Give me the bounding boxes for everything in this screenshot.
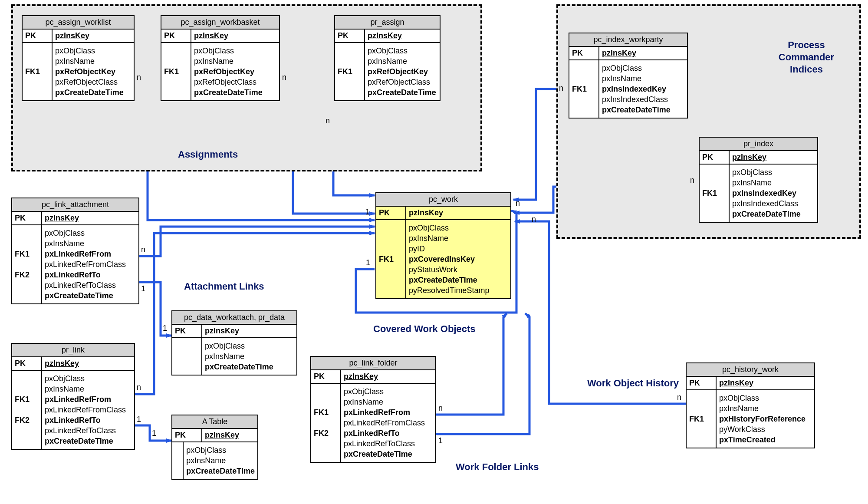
- entity-pr-index: pr_indexPKpzInsKey FK1 pxObjClasspxInsNa…: [699, 137, 818, 223]
- col-cell: pxInsName: [368, 56, 437, 66]
- entity-body: FK1 FK2 pxObjClasspxInsNamepxLinkedRefFr…: [311, 384, 435, 462]
- key-cell: FK1: [572, 84, 596, 94]
- entity-pc-assign-workbasket: pc_assign_workbasketPKpzInsKey FK1 pxObj…: [161, 15, 280, 101]
- card-one: 1: [366, 258, 370, 267]
- entity-pr-link: pr_linkPKpzInsKey FK1 FK2 pxObjClasspxIn…: [11, 343, 135, 450]
- pk-value: pzInsKey: [42, 212, 138, 224]
- col-cell: pxLinkedRefFromClass: [45, 259, 136, 270]
- pk-value: pzInsKey: [730, 151, 817, 164]
- card-one: 1: [365, 208, 370, 217]
- col-cell: pxInsName: [205, 351, 294, 362]
- entity-body: FK1 pxObjClasspxInsNamepxRefObjectKeypxR…: [161, 43, 279, 100]
- key-cell: [314, 386, 338, 397]
- entity-pk-row: PKpzInsKey: [311, 370, 435, 384]
- col-cell: pxObjClass: [55, 46, 131, 56]
- pk-label: PK: [700, 151, 730, 164]
- key-cell: [379, 275, 403, 285]
- col-cell: pxLinkedRefFromClass: [45, 405, 132, 415]
- card-n: n: [677, 393, 681, 402]
- entity-pk-row: PKpzInsKey: [172, 325, 296, 338]
- key-cell: FK1: [314, 407, 338, 418]
- col-cell: pxInsIndexedKey: [732, 188, 815, 198]
- pk-label: PK: [569, 47, 599, 59]
- key-cell: [338, 77, 362, 87]
- key-cell: [175, 341, 199, 351]
- key-cell: [164, 77, 188, 87]
- col-cell: pxHistoryForReference: [719, 414, 812, 424]
- col-cell: pxTimeCreated: [719, 435, 812, 445]
- col-cell: pxCreateDateTime: [55, 87, 131, 98]
- key-cell: [164, 46, 188, 56]
- pk-label: PK: [172, 325, 202, 337]
- col-cell: pxCreateDateTime: [194, 87, 276, 98]
- entity-pc-assign-worklist: pc_assign_worklistPKpzInsKey FK1 pxObjCl…: [22, 15, 135, 101]
- col-cell: pxLinkedRefTo: [45, 270, 136, 280]
- col-cell: pxInsIndexedClass: [602, 94, 684, 105]
- key-cell: FK1: [702, 188, 726, 198]
- col-cell: pxObjClass: [45, 373, 132, 384]
- col-cell: pxCreateDateTime: [45, 436, 132, 446]
- entity-pk-row: PKpzInsKey: [12, 357, 134, 371]
- col-cell: pxRefObjectClass: [194, 77, 276, 87]
- entity-title: pc_link_folder: [311, 357, 435, 370]
- col-cell: pyID: [409, 244, 508, 254]
- key-cell: [25, 87, 49, 98]
- key-cell: [25, 46, 49, 56]
- col-cell: pxObjClass: [205, 341, 294, 351]
- key-cell: [338, 87, 362, 98]
- key-cell: [572, 94, 596, 105]
- key-cell: [15, 290, 39, 301]
- key-cell: FK2: [15, 270, 39, 280]
- entity-pk-row: PKpzInsKey: [376, 207, 510, 220]
- col-cell: pyStatusWork: [409, 264, 508, 275]
- key-cell: [175, 351, 199, 362]
- key-cell: [15, 228, 39, 238]
- col-cell: pxObjClass: [194, 46, 276, 56]
- col-cell: pxLinkedRefTo: [45, 415, 132, 425]
- card-n: n: [137, 73, 141, 82]
- entity-pr-assign: pr_assignPKpzInsKey FK1 pxObjClasspxInsN…: [334, 15, 441, 101]
- col-cell: pyResolvedTimeStamp: [409, 285, 508, 296]
- card-one: 1: [438, 436, 443, 445]
- key-cell: [15, 373, 39, 384]
- key-cell: FK2: [15, 415, 39, 425]
- key-cell: [689, 393, 713, 403]
- col-cell: pxRefObjectKey: [55, 66, 131, 77]
- pk-value: pzInsKey: [42, 357, 134, 370]
- pk-label: PK: [687, 377, 717, 389]
- entity-pk-row: PKpzInsKey: [687, 377, 814, 390]
- entity-title: pc_assign_worklist: [23, 16, 134, 30]
- key-cell: FK1: [338, 66, 362, 77]
- col-cell: pxInsName: [732, 178, 815, 188]
- diagram-canvas: Assignments Process CommanderIndices Att…: [0, 0, 868, 504]
- card-n: n: [326, 116, 330, 125]
- card-n: n: [282, 73, 286, 82]
- entity-body: FK1 pxObjClasspxInsNamepxRefObjectKeypxR…: [23, 43, 134, 100]
- col-cell: pxObjClass: [719, 393, 812, 403]
- entity-title: pc_link_attachment: [12, 198, 138, 212]
- key-cell: [379, 233, 403, 244]
- card-n: n: [141, 245, 145, 254]
- key-cell: [175, 455, 180, 466]
- col-cell: pxLinkedRefToClass: [45, 280, 136, 290]
- entity-body: pxObjClasspxInsNamepxCreateDateTime: [172, 338, 296, 375]
- col-cell: pxLinkedRefTo: [344, 428, 433, 438]
- col-cell: pxObjClass: [368, 46, 437, 56]
- card-one: 1: [141, 284, 145, 293]
- entity-body: FK1 FK2 pxObjClasspxInsNamepxLinkedRefFr…: [12, 225, 138, 303]
- key-cell: FK1: [379, 254, 403, 264]
- key-cell: [379, 244, 403, 254]
- entity-pc-index-workparty: pc_index_workpartyPKpzInsKey FK1 pxObjCl…: [569, 33, 688, 119]
- key-cell: [25, 77, 49, 87]
- card-n: n: [690, 176, 694, 185]
- entity-a-table: A TablePKpzInsKey pxObjClasspxInsNamepxC…: [171, 415, 258, 480]
- key-cell: [379, 223, 403, 233]
- entity-title: pc_work: [376, 193, 510, 207]
- col-cell: pxCoveredInsKey: [409, 254, 508, 264]
- key-cell: FK1: [164, 66, 188, 77]
- col-cell: pxCreateDateTime: [368, 87, 437, 98]
- pk-label: PK: [12, 212, 42, 224]
- card-n: n: [516, 199, 520, 208]
- col-cell: pxObjClass: [186, 445, 255, 455]
- card-one: 1: [137, 415, 141, 424]
